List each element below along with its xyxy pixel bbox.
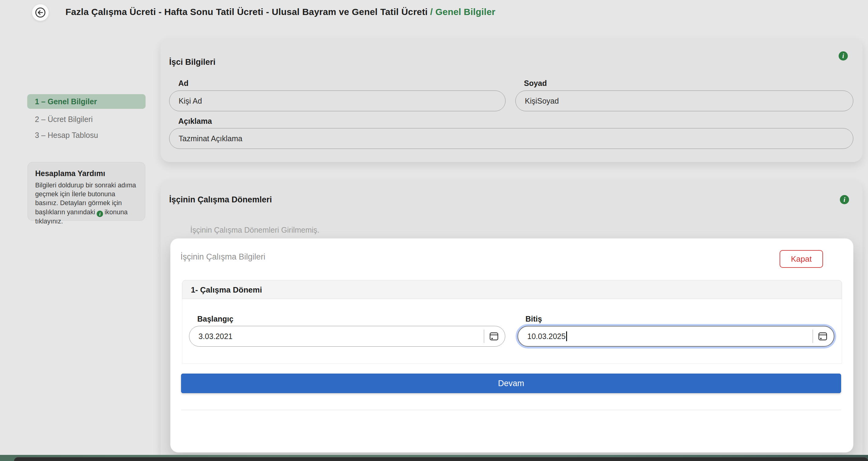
aciklama-label: Açıklama: [178, 117, 212, 126]
input-divider: [813, 330, 813, 343]
back-button[interactable]: [32, 4, 49, 21]
soyad-input[interactable]: KişiSoyad: [515, 91, 853, 111]
worker-info-info-icon[interactable]: i: [839, 52, 848, 61]
ad-input[interactable]: Kişi Ad: [169, 91, 505, 111]
aciklama-input[interactable]: Tazminat Açıklama: [169, 128, 853, 149]
calendar-icon[interactable]: [489, 331, 499, 342]
work-periods-title: İşçinin Çalışma Dönemleri: [169, 195, 272, 204]
sidebar-step-hesap-tablosu[interactable]: 3 – Hesap Tablosu: [27, 128, 146, 142]
close-button[interactable]: Kapat: [780, 250, 823, 268]
text-cursor: [566, 331, 567, 341]
start-date-label: Başlangıç: [197, 315, 234, 323]
work-periods-info-icon[interactable]: i: [840, 195, 849, 204]
page-title-main: Fazla Çalışma Ücreti - Hafta Sonu Tatil …: [65, 7, 428, 17]
page-title: Fazla Çalışma Ücreti - Hafta Sonu Tatil …: [65, 7, 495, 17]
end-date-input[interactable]: 10.03.2025: [518, 326, 834, 347]
work-info-dialog: İşçinin Çalışma Bilgileri Kapat 1- Çalış…: [170, 238, 853, 453]
worker-info-card: İşci Bilgileri i Ad Kişi Ad Soyad KişiSo…: [161, 38, 863, 162]
dialog-title: İşçinin Çalışma Bilgileri: [181, 252, 266, 262]
divider: [181, 409, 841, 410]
info-icon: i: [97, 210, 103, 217]
arrow-left-circle-icon: [34, 6, 47, 19]
app-page: Fazla Çalışma Ücreti - Hafta Sonu Tatil …: [0, 0, 868, 461]
period-section: 1- Çalışma Dönemi: [182, 280, 842, 364]
work-periods-empty-text: İşçinin Çalışma Dönemleri Girilmemiş.: [190, 226, 319, 234]
start-date-input[interactable]: 3.03.2021: [189, 326, 505, 347]
help-text: Bilgileri doldurup bir sonraki adıma geç…: [35, 181, 137, 226]
worker-info-title: İşci Bilgileri: [169, 58, 216, 67]
help-panel: Hesaplama Yardımı Bilgileri doldurup bir…: [28, 162, 145, 221]
sidebar-step-genel-bilgiler[interactable]: 1 – Genel Bilgiler: [27, 94, 146, 109]
sidebar-step-ucret-bilgileri[interactable]: 2 – Ücret Bilgileri: [27, 112, 146, 127]
input-divider: [484, 330, 485, 343]
end-date-label: Bitiş: [525, 315, 542, 323]
ad-label: Ad: [178, 79, 188, 88]
period-section-title: 1- Çalışma Dönemi: [182, 280, 842, 299]
help-title: Hesaplama Yardımı: [35, 169, 137, 178]
breadcrumb: / Genel Bilgiler: [430, 7, 495, 17]
soyad-label: Soyad: [524, 79, 547, 88]
calendar-icon[interactable]: [817, 331, 828, 342]
background-window-edge: [14, 457, 868, 461]
continue-button[interactable]: Devam: [181, 373, 841, 393]
